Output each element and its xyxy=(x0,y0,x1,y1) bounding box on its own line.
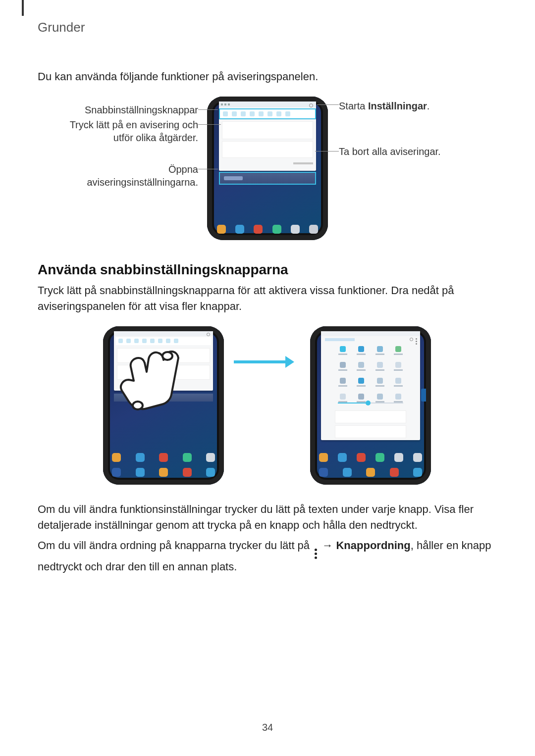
notification-settings-bar xyxy=(219,172,316,185)
text-bold: Knappordning xyxy=(336,539,410,552)
leader-line xyxy=(198,124,221,125)
dock xyxy=(217,223,318,235)
callout-text: Öppna xyxy=(168,164,198,175)
subsection-paragraph: Tryck lätt på snabbinställningsknapparna… xyxy=(38,283,497,314)
quick-settings-grid xyxy=(336,346,405,406)
gear-icon xyxy=(207,333,210,336)
callout-text: utför olika åtgärder. xyxy=(113,132,198,143)
leader-line xyxy=(198,109,218,110)
callout-clear-all: Ta bort alla aviseringar. xyxy=(339,145,487,158)
page-number: 34 xyxy=(0,722,535,733)
subsection-title: Använda snabbinställningsknapparna xyxy=(38,262,497,278)
clear-all-bar xyxy=(222,160,313,167)
notification-item xyxy=(222,141,313,158)
brightness-slider xyxy=(338,401,403,405)
tablet-mock-expanded xyxy=(310,326,431,485)
top-vertical-rule xyxy=(22,0,24,16)
section-title: Grunder xyxy=(38,0,497,35)
leader-line xyxy=(317,104,339,105)
transition-arrow-icon xyxy=(234,356,298,368)
swipe-down-arrow-icon xyxy=(155,369,164,398)
callout-quick-settings: Snabbinställningsknappar xyxy=(40,103,198,116)
edge-panel-handle xyxy=(421,389,426,402)
paragraph-change-function-settings: Om du vill ändra funktionsinställningar … xyxy=(38,502,497,533)
callout-tap-notification: Tryck lätt på en avisering och utför oli… xyxy=(40,118,198,144)
gear-icon xyxy=(410,338,413,341)
callout-open-notification-settings: Öppna aviseringsinställningarna. xyxy=(40,163,198,189)
callout-text: aviseringsinställningarna. xyxy=(87,177,198,188)
callout-text: Snabbinställningsknappar xyxy=(85,104,198,115)
callout-launch-settings: Starta Inställningar. xyxy=(339,100,487,112)
paragraph-reorder-buttons: Om du vill ändra ordning på knapparna tr… xyxy=(38,538,497,575)
document-page: Grunder Du kan använda följande funktion… xyxy=(0,0,535,756)
figure-notification-panel-annotated: Snabbinställningsknappar Tryck lätt på e… xyxy=(40,97,495,245)
callout-text: Tryck lätt på en avisering och xyxy=(70,119,198,130)
leader-line xyxy=(198,169,218,169)
text: Om du vill ändra ordning på knapparna tr… xyxy=(38,539,313,552)
tablet-mock xyxy=(207,97,328,240)
figure-swipe-to-expand xyxy=(40,326,495,490)
callout-text: Ta bort alla aviseringar. xyxy=(339,146,441,157)
gear-icon xyxy=(309,103,313,107)
text: → xyxy=(319,539,336,552)
callout-text: Starta xyxy=(339,101,368,111)
more-vertical-icon xyxy=(315,549,317,559)
more-vertical-icon xyxy=(416,338,418,345)
callout-text-bold: Inställningar xyxy=(368,101,427,111)
leader-line xyxy=(315,151,339,151)
quick-settings-row xyxy=(219,108,316,119)
notification-item xyxy=(222,121,313,139)
callout-text: . xyxy=(427,101,430,111)
tablet-mock-collapsed xyxy=(103,326,224,485)
intro-paragraph: Du kan använda följande funktioner på av… xyxy=(38,69,497,85)
